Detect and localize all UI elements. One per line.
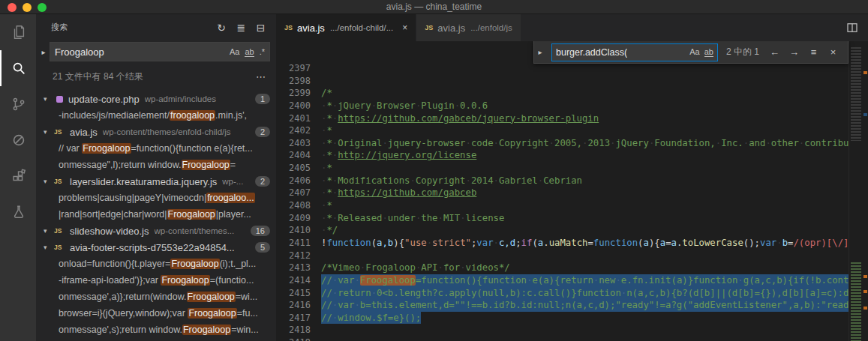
code-line[interactable]: 2412 xyxy=(276,250,848,262)
result-file-row[interactable]: ▾JSavia-footer-scripts-d7553e22a94854...… xyxy=(36,239,276,256)
line-text: //·var·b=this.element,d=""!==b.id?b.id:n… xyxy=(321,299,848,312)
open-new-search-editor-icon[interactable]: ≣ xyxy=(237,22,246,34)
line-text: ·*·http://jquery.org/license xyxy=(321,149,476,162)
chevron-expanded-icon[interactable]: ▾ xyxy=(44,95,54,103)
overview-ruler-match-mark xyxy=(863,71,867,74)
code-area[interactable]: 239723982399/*2400·*·jQuery·Browser·Plug… xyxy=(276,41,848,341)
code-line[interactable]: 2414//·var·Froogaloop=function(){functio… xyxy=(276,274,848,287)
result-file-row[interactable]: ▾JSlayerslider.kreaturamedia.jquery.jswp… xyxy=(36,173,276,190)
code-line[interactable]: 2417//·window.$f=e}(); xyxy=(276,312,848,325)
line-text: ·*·jQuery·Browser·Plugin·0.0.6 xyxy=(321,100,488,112)
overview-ruler-match-mark xyxy=(863,307,867,310)
code-line[interactable]: 2403·*·Original·jquery-browser·code·Copy… xyxy=(276,137,848,150)
find-in-selection-icon[interactable]: ≡ xyxy=(806,46,821,58)
code-line[interactable]: 2416//·var·b=this.element,d=""!==b.id?b.… xyxy=(276,299,848,312)
search-icon[interactable] xyxy=(0,50,36,86)
close-tab-icon[interactable]: × xyxy=(402,22,407,33)
code-line[interactable]: 2415//·return·0<b.length?c.apply(null,b)… xyxy=(276,287,848,300)
tab-avia-js-enfold-child[interactable]: JS avia.js .../enfold-child/... × xyxy=(276,14,416,41)
code-line[interactable]: 2411!function(a,b){"use·strict";var·c,d;… xyxy=(276,237,848,250)
minimize-window-button[interactable] xyxy=(23,3,32,12)
code-line[interactable]: 2399/* xyxy=(276,87,848,100)
files-icon[interactable] xyxy=(0,14,36,50)
whole-word-icon[interactable]: ab xyxy=(704,47,713,57)
search-input[interactable]: Froogaloop Aa ab .* xyxy=(50,42,270,61)
result-match-row[interactable]: -iframe-api-loaded')};var Froogaloop=(fu… xyxy=(36,272,276,289)
extensions-icon[interactable] xyxy=(0,158,36,194)
code-line[interactable]: 2404·*·http://jquery.org/license xyxy=(276,149,848,162)
line-number: 2417 xyxy=(276,312,311,325)
result-match-row[interactable]: -includes/js/mediaelement/froogaloop.min… xyxy=(36,107,276,124)
code-line[interactable]: 2408·* xyxy=(276,199,848,212)
chevron-expanded-icon[interactable]: ▾ xyxy=(44,178,54,185)
previous-match-icon[interactable]: ← xyxy=(767,46,782,58)
result-match-row[interactable]: onmessage',a)};return(window.Froogaloop=… xyxy=(36,289,276,305)
code-line[interactable]: 2398 xyxy=(276,75,848,88)
chevron-expanded-icon[interactable]: ▾ xyxy=(44,227,54,235)
match-case-icon[interactable]: Aa xyxy=(230,47,239,56)
testing-icon[interactable] xyxy=(0,194,36,230)
find-toggles: Aa ab xyxy=(689,47,713,57)
split-editor-icon[interactable] xyxy=(845,21,859,34)
line-text: //·window.$f=e}(); xyxy=(321,312,421,325)
match-highlight: Froogaloop xyxy=(188,308,236,319)
file-path: wp-content/themes... xyxy=(155,226,246,235)
result-match-row[interactable]: browser=i}(jQuery,window);var Froogaloop… xyxy=(36,305,276,322)
workbench: 搜索 ↻ ≣ ⊟ ▸ Froogaloop Aa ab .* xyxy=(0,14,868,341)
line-text: ·*·Original·jquery-browser·code·Copyrigh… xyxy=(321,137,848,150)
chevron-expanded-icon[interactable]: ▾ xyxy=(44,128,54,136)
match-text: onmessage",l);return window.Froogaloop= xyxy=(59,160,236,170)
result-file-row[interactable]: ▾JSslideshow-video.jswp-content/themes..… xyxy=(36,223,276,239)
code-line[interactable]: 2401·*·https://github.com/gabceb/jquery-… xyxy=(276,112,848,125)
titlebar: avia.js — china_teatime xyxy=(0,0,868,14)
code-line[interactable]: 2409·*·Released·under·the·MIT·license xyxy=(276,212,848,225)
file-path: wp-... xyxy=(222,177,251,186)
code-line[interactable]: 2406·*·Modifications·Copyright·2014·Gabr… xyxy=(276,175,848,187)
source-control-icon[interactable] xyxy=(0,86,36,122)
toggle-replace-chevron-icon[interactable]: ▸ xyxy=(534,48,546,56)
refresh-icon[interactable]: ↻ xyxy=(217,22,226,34)
code-line[interactable]: 2410·*/ xyxy=(276,224,848,237)
result-match-row[interactable]: problems|causing|pageY|vimeocdn|froogalo… xyxy=(36,190,276,206)
code-line[interactable]: 2419 xyxy=(276,337,848,341)
search-query-text: Froogaloop xyxy=(55,46,104,58)
line-number: 2416 xyxy=(276,299,311,312)
chevron-expanded-icon[interactable]: ▾ xyxy=(44,244,54,251)
line-number: 2419 xyxy=(276,337,311,341)
code-line[interactable]: 2397 xyxy=(276,62,848,75)
file-name: slideshow-video.js xyxy=(70,226,149,237)
result-match-row[interactable]: onmessage',s);return window.Froogaloop=w… xyxy=(36,322,276,338)
collapse-all-icon[interactable]: ⊟ xyxy=(257,22,266,34)
result-match-row[interactable]: onmessage",l);return window.Froogaloop= xyxy=(36,157,276,173)
code-line[interactable]: 2407·*·https://github.com/gabceb xyxy=(276,187,848,199)
minimap[interactable] xyxy=(848,41,868,341)
match-highlight: Froogaloop xyxy=(82,143,131,154)
result-match-row[interactable]: |rand|sort|edge|char|word|Froogaloop|pla… xyxy=(36,206,276,223)
close-window-button[interactable] xyxy=(8,3,17,12)
match-text: // var Froogaloop=function(){function e(… xyxy=(59,143,253,154)
match-case-icon[interactable]: Aa xyxy=(689,47,699,57)
code-line[interactable]: 2418 xyxy=(276,324,848,337)
regex-icon[interactable]: .* xyxy=(260,47,265,56)
result-match-row[interactable]: // var Froogaloop=function(){function e(… xyxy=(36,140,276,157)
line-number: 2403 xyxy=(276,137,311,150)
match-highlight: Froogaloop xyxy=(182,325,231,335)
code-line[interactable]: 2405·* xyxy=(276,162,848,175)
code-line[interactable]: 2400·*·jQuery·Browser·Plugin·0.0.6 xyxy=(276,100,848,112)
code-line[interactable]: 2413/*Vimeo·Frogaloop·API·for·videos*/ xyxy=(276,262,848,274)
line-number: 2407 xyxy=(276,187,311,199)
tab-avia-js-enfold[interactable]: JS avia.js .../enfold/js xyxy=(416,14,521,41)
result-file-row[interactable]: ▾JS xyxy=(36,338,276,341)
more-actions-icon[interactable]: ⋯ xyxy=(256,71,266,82)
next-match-icon[interactable]: → xyxy=(787,46,801,58)
close-find-icon[interactable]: × xyxy=(826,46,840,58)
find-input[interactable]: burger.addClass( Aa ab xyxy=(551,43,718,61)
whole-word-icon[interactable]: ab xyxy=(245,47,254,57)
zoom-window-button[interactable] xyxy=(38,3,47,12)
result-match-row[interactable]: onload=function(){t.player=Froogaloop(i)… xyxy=(36,256,276,272)
run-debug-icon[interactable] xyxy=(0,122,36,158)
code-line[interactable]: 2402·* xyxy=(276,124,848,137)
result-file-row[interactable]: ▾update-core.phpwp-admin/includes1 xyxy=(36,91,276,107)
result-file-row[interactable]: ▾JSavia.jswp-content/themes/enfold-child… xyxy=(36,124,276,140)
toggle-replace-chevron-icon[interactable]: ▸ xyxy=(38,48,50,56)
